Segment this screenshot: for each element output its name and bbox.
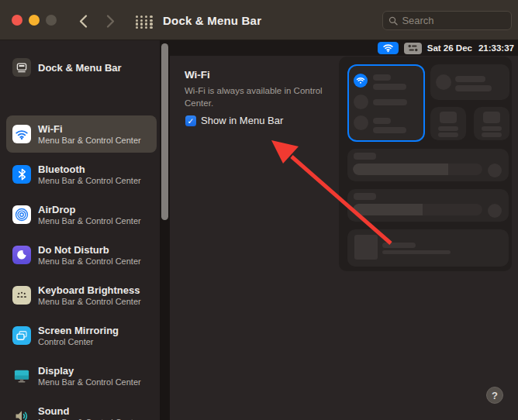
preview-pill	[438, 133, 458, 137]
forward-button[interactable]	[102, 13, 118, 29]
preview-pill	[482, 133, 502, 137]
preview-tile	[430, 64, 509, 100]
sidebar-item-airdrop[interactable]: AirDrop Menu Bar & Control Center	[6, 196, 157, 233]
preview-tile	[474, 107, 509, 140]
menubar-control-center-icon	[404, 43, 422, 54]
sidebar-item-bluetooth[interactable]: Bluetooth Menu Bar & Control Center	[6, 156, 157, 193]
preview-wifi-icon	[354, 74, 368, 88]
search-icon	[388, 15, 398, 26]
preview-pill	[438, 126, 458, 131]
preview-pill	[482, 126, 502, 131]
section-description: Wi-Fi is always available in Control Cen…	[185, 84, 337, 109]
preview-dot	[436, 74, 451, 90]
sidebar-item-sublabel: Menu Bar & Control Center	[38, 297, 141, 306]
sidebar-item-sublabel: Menu Bar & Control Center	[38, 176, 141, 185]
sidebar-item-label: Keyboard Brightness	[38, 284, 141, 296]
preview-tile	[430, 107, 466, 140]
sidebar-item-label: Do Not Disturb	[38, 244, 141, 256]
sidebar-scrollbar-thumb[interactable]	[161, 43, 168, 220]
back-button[interactable]	[75, 13, 91, 29]
search-input[interactable]	[402, 15, 506, 26]
sidebar-item-label: Sound	[38, 405, 141, 417]
airdrop-icon	[12, 205, 31, 224]
chevron-left-icon	[79, 15, 88, 28]
preview-pill	[354, 193, 376, 200]
menubar-time: 21:33:37	[478, 43, 514, 53]
help-button[interactable]: ?	[486, 387, 503, 404]
preview-pill	[354, 153, 376, 160]
screen-mirroring-icon	[12, 326, 31, 345]
wifi-icon	[12, 125, 31, 143]
preview-slider-tile	[347, 189, 509, 222]
search-field[interactable]	[382, 11, 512, 30]
preview-pill	[373, 127, 406, 133]
chevron-right-icon	[106, 15, 115, 28]
sidebar-item-display[interactable]: Display Menu Bar & Control Center	[6, 357, 157, 394]
preview-dot	[354, 95, 368, 109]
preview-pill	[373, 99, 407, 105]
sidebar-item-sound[interactable]: Sound Menu Bar & Control Center	[6, 398, 157, 420]
close-window-button[interactable]	[12, 15, 22, 26]
sidebar-item-keyboard-brightness[interactable]: Keyboard Brightness Menu Bar & Control C…	[6, 277, 157, 314]
sidebar-item-sublabel: Menu Bar & Control Center	[38, 256, 141, 266]
checkbox-label[interactable]: Show in Menu Bar	[201, 115, 283, 126]
page-title: Dock & Menu Bar	[163, 14, 261, 27]
main-content: Sat 26 Dec 21:33:37 Wi-Fi Wi-Fi is alway…	[170, 40, 518, 420]
sidebar-item-sublabel: Menu Bar & Control Center	[38, 377, 141, 387]
sidebar-item-label: Wi-Fi	[38, 123, 141, 135]
preview-pill	[373, 84, 406, 90]
preview-dot	[488, 204, 502, 218]
window-toolbar: Dock & Menu Bar	[0, 0, 518, 40]
preview-media-tile	[347, 229, 509, 267]
menubar-clock: Sat 26 Dec 21:33:37	[427, 43, 515, 53]
preview-dot	[354, 115, 368, 130]
sidebar-item-label: Dock & Menu Bar	[38, 62, 122, 74]
preview-dot	[488, 164, 502, 177]
sidebar-item-wifi[interactable]: Wi-Fi Menu Bar & Control Center	[6, 115, 157, 153]
display-icon	[12, 367, 31, 385]
sidebar-item-screen-mirroring[interactable]: Screen Mirroring Control Center	[6, 317, 157, 354]
sound-icon	[12, 407, 31, 420]
moon-icon	[12, 246, 31, 264]
checkbox-checked-icon[interactable]: ✓	[185, 115, 196, 126]
menubar-date: Sat 26 Dec	[427, 43, 472, 53]
preview-wifi-module-tile	[347, 64, 425, 142]
show-in-menu-bar-row[interactable]: ✓ Show in Menu Bar	[185, 115, 283, 126]
control-center-preview-panel	[339, 57, 512, 271]
preview-pill	[373, 74, 391, 81]
preview-pill	[373, 118, 391, 124]
sidebar-item-do-not-disturb[interactable]: Do Not Disturb Menu Bar & Control Center	[6, 236, 157, 274]
bluetooth-icon	[12, 165, 31, 184]
dock-menu-bar-icon	[12, 58, 31, 77]
zoom-window-button[interactable]	[46, 15, 57, 26]
sidebar-item-label: Display	[38, 365, 141, 377]
sidebar-item-dock-menu-bar[interactable]: Dock & Menu Bar	[6, 55, 157, 80]
preview-pill	[455, 85, 492, 91]
menu-bar-preview: Sat 26 Dec 21:33:37	[170, 40, 518, 56]
sidebar-item-sublabel: Menu Bar & Control Center	[38, 216, 141, 225]
menubar-wifi-icon	[378, 42, 399, 54]
preview-square	[483, 112, 500, 123]
preview-pill	[382, 250, 451, 254]
sidebar-item-sublabel: Control Center	[38, 337, 119, 346]
minimize-window-button[interactable]	[29, 15, 40, 26]
preview-slider-tile	[347, 149, 509, 181]
sidebar-item-label: Screen Mirroring	[38, 325, 119, 336]
preview-artwork	[354, 235, 378, 260]
sidebar-item-label: AirDrop	[38, 204, 141, 215]
sidebar-item-label: Bluetooth	[38, 164, 141, 175]
show-all-preferences-grid-icon[interactable]	[136, 15, 154, 28]
sidebar: Dock & Menu Bar Control Center Wi-Fi Men…	[0, 40, 160, 420]
section-heading: Wi-Fi	[185, 69, 210, 81]
preview-pill	[382, 243, 416, 248]
sidebar-item-sublabel: Menu Bar & Control Center	[38, 136, 141, 145]
preview-square	[440, 112, 457, 123]
sidebar-scrollbar-track[interactable]	[160, 40, 170, 420]
keyboard-brightness-icon	[12, 286, 31, 305]
preview-pill	[455, 76, 485, 82]
